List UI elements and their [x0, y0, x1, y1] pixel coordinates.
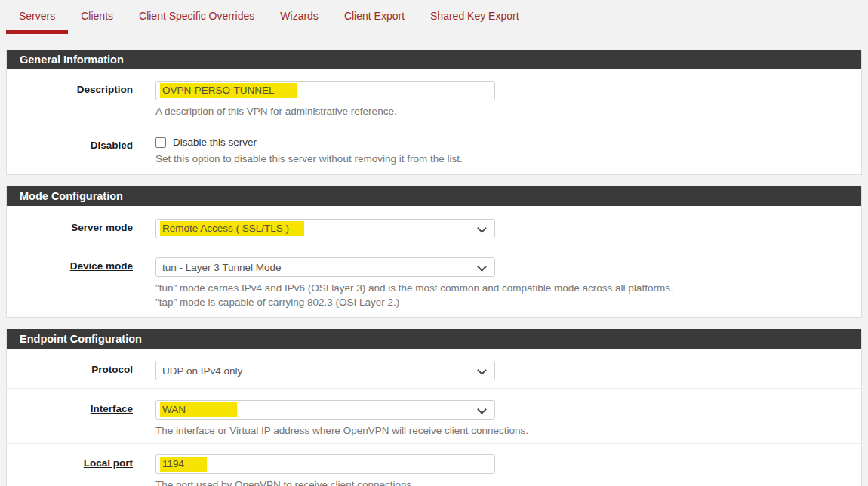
local-port-input[interactable]: 1194 — [155, 454, 495, 474]
tab-wizards[interactable]: Wizards — [267, 0, 331, 34]
local-port-value-highlight: 1194 — [160, 457, 207, 472]
interface-row: Interface WAN The interface or Virtual I… — [7, 388, 861, 443]
interface-help-text: The interface or Virtual IP address wher… — [155, 425, 861, 437]
device-mode-select[interactable]: tun - Layer 3 Tunnel Mode — [155, 257, 495, 277]
local-port-row: Local port 1194 The port used by OpenVPN… — [7, 443, 861, 486]
device-mode-help-text-2: "tap" mode is capable of carrying 802.3 … — [155, 297, 861, 309]
tab-client-specific-overrides[interactable]: Client Specific Overrides — [126, 0, 267, 34]
vpn-openvpn-tabbar: Servers Clients Client Specific Override… — [6, 0, 868, 34]
general-information-section: General Information Description OVPN-PER… — [6, 50, 862, 175]
section-title-mode-configuration: Mode Configuration — [7, 186, 861, 206]
tab-shared-key-export[interactable]: Shared Key Export — [417, 0, 532, 34]
protocol-select[interactable]: UDP on IPv4 only — [155, 361, 495, 380]
chevron-down-icon — [477, 365, 487, 375]
device-mode-row: Device mode tun - Layer 3 Tunnel Mode "t… — [7, 248, 861, 317]
disable-server-checkbox-label[interactable]: Disable this server — [173, 137, 257, 148]
server-mode-row: Server mode Remote Access ( SSL/TLS ) — [7, 206, 861, 248]
description-label: Description — [7, 81, 155, 118]
protocol-value: UDP on IPv4 only — [162, 365, 242, 377]
section-title-endpoint-configuration: Endpoint Configuration — [7, 329, 861, 349]
device-mode-value: tun - Layer 3 Tunnel Mode — [162, 262, 282, 273]
description-row: Description OVPN-PERSO-TUNNEL A descript… — [7, 69, 861, 128]
device-mode-label: Device mode — [7, 257, 155, 309]
description-help-text: A description of this VPN for administra… — [155, 106, 861, 118]
tab-servers[interactable]: Servers — [6, 0, 68, 34]
disable-server-checkbox[interactable] — [155, 137, 166, 148]
tab-clients[interactable]: Clients — [68, 0, 126, 34]
description-input[interactable]: OVPN-PERSO-TUNNEL — [155, 81, 495, 100]
disabled-row: Disabled Disable this server Set this op… — [7, 128, 861, 174]
interface-value-highlight: WAN — [160, 402, 237, 417]
section-title-general-information: General Information — [7, 50, 861, 69]
protocol-label: Protocol — [7, 361, 155, 380]
description-value-highlight: OVPN-PERSO-TUNNEL — [160, 83, 297, 98]
endpoint-configuration-section: Endpoint Configuration Protocol UDP on I… — [6, 329, 862, 486]
device-mode-help-text-1: "tun" mode carries IPv4 and IPv6 (OSI la… — [155, 282, 861, 294]
local-port-help-text: The port used by OpenVPN to receive clie… — [155, 479, 861, 486]
server-mode-select[interactable]: Remote Access ( SSL/TLS ) — [155, 219, 495, 238]
interface-select[interactable]: WAN — [155, 400, 495, 420]
chevron-down-icon — [477, 404, 487, 414]
chevron-down-icon — [477, 223, 487, 233]
server-mode-label: Server mode — [7, 219, 155, 238]
disabled-label: Disabled — [7, 137, 155, 165]
local-port-label: Local port — [7, 454, 155, 486]
tab-client-export[interactable]: Client Export — [331, 0, 417, 34]
interface-label: Interface — [7, 400, 155, 437]
chevron-down-icon — [477, 262, 487, 272]
disabled-help-text: Set this option to disable this server w… — [155, 153, 861, 165]
protocol-row: Protocol UDP on IPv4 only — [7, 349, 861, 388]
server-mode-value-highlight: Remote Access ( SSL/TLS ) — [160, 221, 304, 236]
mode-configuration-section: Mode Configuration Server mode Remote Ac… — [6, 186, 862, 318]
